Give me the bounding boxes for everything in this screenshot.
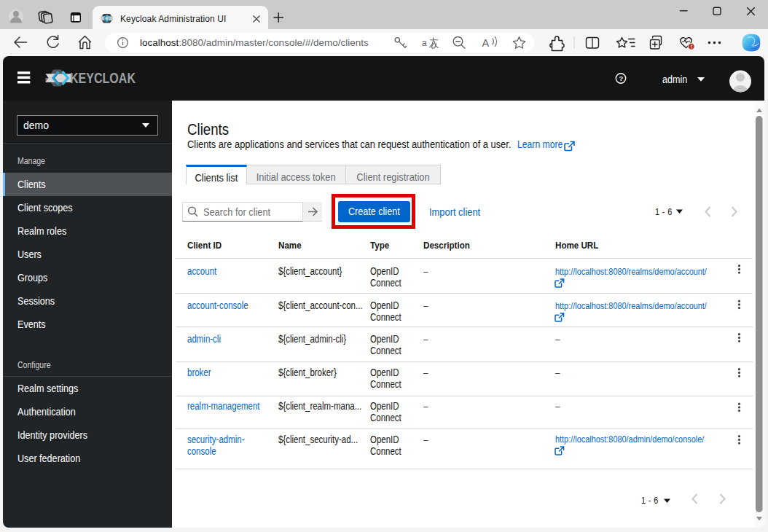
- svg-text:A: A: [482, 37, 490, 49]
- svg-text:a: a: [422, 38, 427, 48]
